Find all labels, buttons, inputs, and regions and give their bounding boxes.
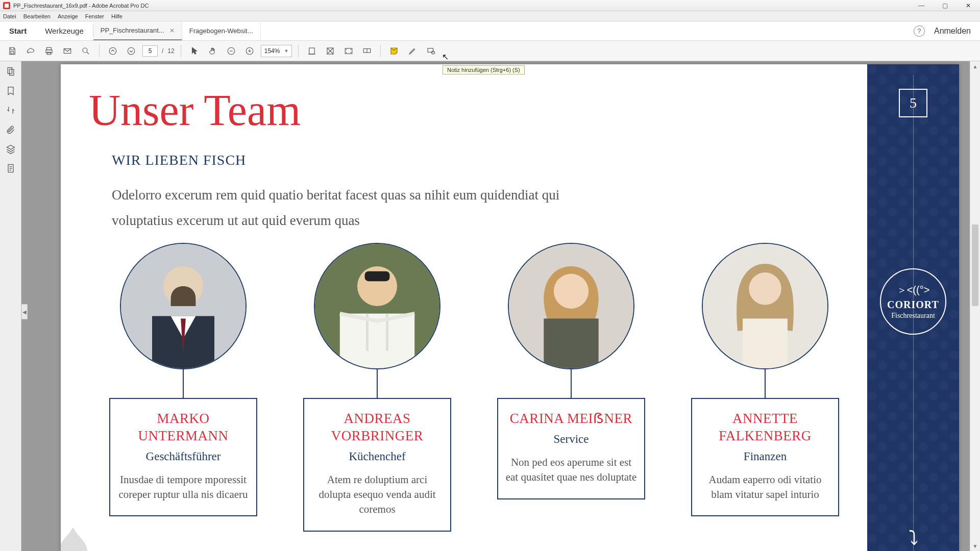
team-member: ANNETTE FALKENBERG Finanzen Audam eaperr…	[691, 243, 839, 532]
transfer-icon[interactable]	[6, 105, 16, 115]
zoom-in-icon[interactable]	[242, 44, 257, 58]
svg-point-6	[109, 47, 116, 55]
svg-point-7	[128, 47, 135, 55]
sign-in-link[interactable]: Anmelden	[934, 27, 971, 36]
page-number-badge: 5	[899, 89, 927, 117]
document-tab-active[interactable]: PP_Fischrestaurant... ✕	[93, 21, 182, 40]
svg-point-30	[749, 272, 781, 305]
portrait	[702, 243, 828, 369]
layers-icon[interactable]	[6, 144, 16, 154]
close-button[interactable]: ✕	[957, 0, 980, 11]
team-card: ANNETTE FALKENBERG Finanzen Audam eaperr…	[691, 398, 839, 516]
page-total: 12	[167, 47, 174, 55]
intro-paragraph: Odelorro excerum rem quid quatio beritat…	[112, 183, 571, 234]
connector-line	[183, 369, 184, 398]
member-name: CARINA MEIẞNER	[505, 410, 637, 428]
bookmark-icon[interactable]	[6, 86, 16, 96]
maximize-button[interactable]: ▢	[933, 0, 957, 11]
hook-icon: ⤵	[909, 527, 918, 549]
document-tab[interactable]: Fragebogen-Websit...	[182, 21, 261, 40]
member-desc: Inusdae di tempore mporessit coreper rup…	[117, 472, 249, 503]
menu-bar: Datei Bearbeiten Anzeige Fenster Hilfe	[0, 11, 980, 21]
hand-icon[interactable]	[206, 44, 220, 58]
toolbar-divider	[380, 45, 381, 57]
save-icon[interactable]	[5, 44, 19, 58]
tab-start[interactable]: Start	[0, 21, 36, 40]
sticky-note-icon[interactable]	[387, 44, 401, 58]
menu-file[interactable]: Datei	[3, 13, 16, 19]
collapse-left-handle[interactable]: ◀	[21, 304, 28, 319]
team-card: CARINA MEIẞNER Service Non ped eos aperu…	[497, 398, 645, 499]
fit-width-icon[interactable]	[305, 44, 319, 58]
menu-help[interactable]: Hilfe	[111, 13, 122, 19]
scroll-down-icon[interactable]: ▼	[970, 541, 980, 551]
read-mode-icon[interactable]	[360, 44, 374, 58]
portrait	[508, 243, 634, 369]
page-number-input[interactable]	[142, 45, 158, 57]
team-member: CARINA MEIẞNER Service Non ped eos aperu…	[497, 243, 645, 532]
team-member: MARKO UNTERMANN Geschäftsführer Inusdae …	[109, 243, 257, 532]
minimize-button[interactable]: —	[910, 0, 933, 11]
fit-page-icon[interactable]	[323, 44, 337, 58]
zoom-select[interactable]: 154%▼	[261, 45, 292, 57]
portrait	[120, 243, 247, 369]
scroll-up-icon[interactable]: ▲	[970, 61, 980, 71]
page-title: Unser Team	[89, 85, 301, 136]
vertical-scrollbar[interactable]: ▲ ▼	[970, 61, 980, 551]
connector-line	[377, 369, 378, 398]
member-role: Service	[505, 433, 637, 446]
brand-logo: ＞<((°> CORIORT Fischrestaurant	[880, 268, 946, 335]
toolbar-divider	[99, 45, 100, 57]
attachment-icon[interactable]	[6, 124, 16, 135]
page-up-icon[interactable]	[106, 44, 120, 58]
search-icon[interactable]	[79, 44, 93, 58]
menu-edit[interactable]: Bearbeiten	[23, 13, 51, 19]
pointer-icon[interactable]	[187, 44, 202, 58]
brand-sidebar: 5 ＞<((°> CORIORT Fischrestaurant ⤵	[867, 64, 959, 551]
zoom-out-icon[interactable]	[224, 44, 238, 58]
close-tab-icon[interactable]: ✕	[169, 27, 175, 34]
app-icon	[3, 2, 10, 9]
pdf-page: Unser Team WIR LIEBEN FISCH Odelorro exc…	[61, 64, 959, 551]
svg-rect-10	[309, 48, 315, 54]
title-bar: PP_Fischrestaurant_16x9.pdf - Adobe Acro…	[0, 0, 980, 11]
team-row: MARKO UNTERMANN Geschäftsführer Inusdae …	[109, 243, 839, 532]
cloud-icon[interactable]	[23, 44, 38, 58]
document-tab-label: Fragebogen-Websit...	[189, 27, 253, 35]
page-down-icon[interactable]	[124, 44, 138, 58]
svg-rect-16	[8, 68, 12, 74]
svg-rect-31	[743, 318, 788, 368]
member-name: ANNETTE FALKENBERG	[699, 410, 831, 445]
help-icon[interactable]: ?	[914, 26, 925, 37]
page-subtitle: WIR LIEBEN FISCH	[112, 152, 246, 168]
member-role: Geschäftsführer	[117, 450, 249, 463]
chevron-down-icon: ▼	[284, 48, 288, 54]
fullscreen-icon[interactable]	[341, 44, 356, 58]
document-canvas: Unser Team WIR LIEBEN FISCH Odelorro exc…	[21, 61, 970, 551]
page-icon[interactable]	[6, 163, 16, 173]
thumbnails-icon[interactable]	[6, 66, 16, 77]
stamp-icon[interactable]	[424, 44, 438, 58]
print-icon[interactable]	[42, 44, 56, 58]
member-role: Küchenchef	[311, 450, 443, 463]
svg-rect-1	[47, 47, 52, 50]
document-tab-label: PP_Fischrestaurant...	[101, 27, 164, 34]
tab-tools[interactable]: Werkzeuge	[36, 21, 93, 40]
window-title: PP_Fischrestaurant_16x9.pdf - Adobe Acro…	[13, 3, 149, 9]
portrait	[314, 243, 440, 369]
svg-rect-0	[11, 51, 14, 54]
menu-view[interactable]: Anzeige	[58, 13, 78, 19]
team-member: ANDREAS VORBRINGER Küchenchef Atem re do…	[303, 243, 451, 532]
brand-sub: Fischrestaurant	[891, 312, 935, 320]
highlight-icon[interactable]	[405, 44, 420, 58]
svg-rect-24	[365, 271, 390, 282]
member-role: Finanzen	[699, 450, 831, 463]
left-nav-strip	[0, 61, 21, 551]
menu-window[interactable]: Fenster	[85, 13, 104, 19]
brand-name: CORIORT	[887, 299, 939, 311]
tab-row: Start Werkzeuge PP_Fischrestaurant... ✕ …	[0, 21, 980, 41]
svg-point-5	[83, 48, 87, 53]
scroll-thumb[interactable]	[972, 224, 978, 306]
mail-icon[interactable]	[60, 44, 75, 58]
fish-icon: ＞<((°>	[897, 283, 930, 297]
